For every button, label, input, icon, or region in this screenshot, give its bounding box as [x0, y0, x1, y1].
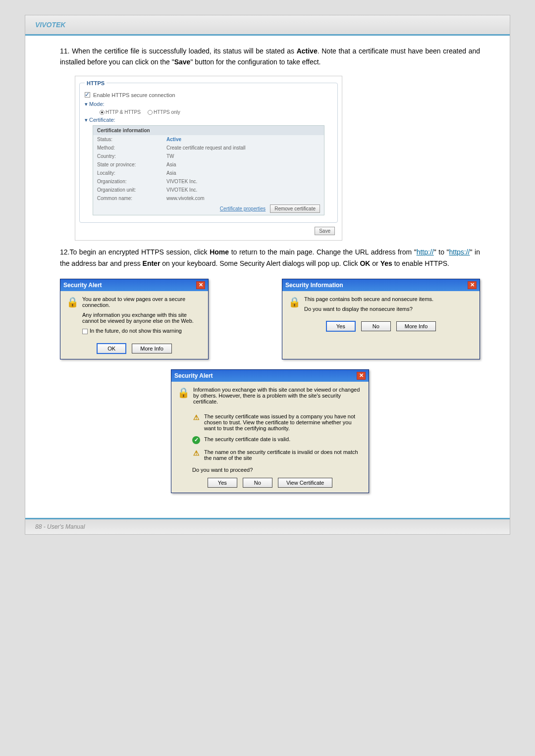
close-icon[interactable]: ✕	[357, 372, 366, 380]
info-lock-icon: 🔒	[66, 296, 78, 308]
suppress-warning-checkbox[interactable]	[82, 329, 88, 334]
yes-button[interactable]: Yes	[208, 478, 237, 488]
lock-warning-icon: 🔒	[177, 387, 189, 399]
table-row: Locality:Asia	[93, 169, 324, 177]
security-alert-dialog-2: Security Alert ✕ 🔒 Information you excha…	[171, 369, 369, 493]
no-button[interactable]: No	[243, 478, 272, 488]
dialog-title: Security Information	[285, 282, 343, 289]
remove-cert-button[interactable]: Remove certificate	[270, 204, 320, 213]
table-row: Common name:www.vivotek.com	[93, 194, 324, 202]
http-url: http://	[417, 248, 434, 256]
yes-button[interactable]: Yes	[326, 321, 356, 332]
cert-info-table: Certificate information Status:ActiveMet…	[93, 125, 324, 215]
table-row: Status:Active	[93, 135, 324, 144]
table-row: Organization:VIVOTEK Inc.	[93, 177, 324, 186]
certificate-label: ▾ Certificate:	[85, 117, 332, 123]
table-row: Country:TW	[93, 152, 324, 160]
page-footer: 88 - User's Manual	[25, 518, 510, 534]
page-header: VIVOTEK	[25, 15, 510, 36]
step-12-text: 12.To begin an encrypted HTTPS session, …	[60, 247, 480, 269]
brand-label: VIVOTEK	[35, 21, 65, 29]
lock-warning-icon: 🔒	[288, 296, 300, 308]
step-number: 11.	[60, 47, 69, 55]
security-alert-dialog-1: Security Alert ✕ 🔒 You are about to view…	[60, 279, 209, 359]
security-information-dialog: Security Information ✕ 🔒 This page conta…	[282, 279, 480, 359]
more-info-button[interactable]: More Info	[396, 321, 436, 331]
table-row: Method:Create certificate request and in…	[93, 144, 324, 152]
cert-properties-link[interactable]: Certificate properties	[220, 206, 266, 211]
page-body: 11. When the certifice file is successfu…	[25, 36, 510, 518]
https-url: https://	[449, 248, 470, 256]
enable-https-checkbox[interactable]	[85, 92, 90, 98]
no-button[interactable]: No	[361, 321, 391, 331]
dialog-title: Security Alert	[174, 372, 213, 379]
https-settings-screenshot: HTTPS Enable HTTPS secure connection ▾ M…	[75, 76, 342, 241]
warning-icon: ⚠	[192, 449, 200, 457]
enable-https-label: Enable HTTPS secure connection	[93, 92, 175, 98]
table-row: State or province:Asia	[93, 160, 324, 169]
cert-info-header: Certificate information	[93, 126, 324, 135]
step-11-text: 11. When the certifice file is successfu…	[60, 46, 480, 68]
save-button[interactable]: Save	[315, 227, 335, 235]
mode-http-https-radio[interactable]	[100, 110, 105, 115]
page-number: 88 - User's Manual	[35, 523, 85, 530]
check-icon: ✓	[192, 436, 200, 444]
view-certificate-button[interactable]: View Certificate	[278, 478, 332, 488]
mode-https-only-radio[interactable]	[148, 110, 153, 115]
step-number: 12.	[60, 248, 69, 256]
more-info-button[interactable]: More Info	[132, 344, 171, 353]
table-row: Organization unit:VIVOTEK Inc.	[93, 186, 324, 194]
close-icon[interactable]: ✕	[196, 281, 205, 289]
mode-label: ▾ Mode:	[85, 101, 332, 107]
close-icon[interactable]: ✕	[468, 281, 477, 289]
dialog-row: Security Alert ✕ 🔒 You are about to view…	[60, 279, 480, 359]
document-page: VIVOTEK 11. When the certifice file is s…	[25, 15, 510, 535]
ok-button[interactable]: OK	[97, 343, 126, 354]
warning-icon: ⚠	[192, 413, 200, 421]
dialog-title: Security Alert	[63, 282, 102, 289]
https-legend: HTTPS	[85, 80, 107, 86]
